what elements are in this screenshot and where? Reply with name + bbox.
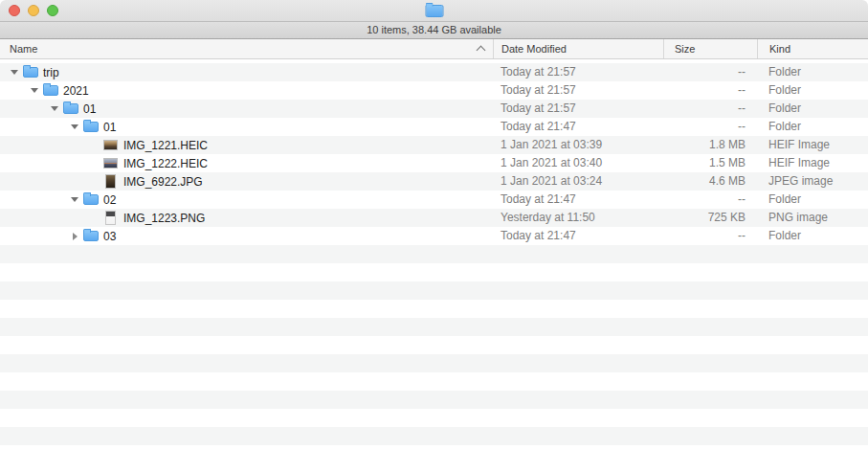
item-icon [22,64,38,80]
table-row[interactable]: IMG_1223.PNG Yesterday at 11:50 725 KB P… [0,209,868,227]
kind-cell: Folder [757,100,868,118]
item-icon [82,228,99,244]
window-proxy-icon[interactable] [425,4,443,21]
table-row[interactable]: trip Today at 21:57 -- Folder [0,63,868,81]
table-row[interactable]: IMG_1222.HEIC 1 Jan 2021 at 03:40 1.5 MB… [0,154,868,172]
kind-cell: HEIF Image [757,154,868,172]
disclosure-triangle[interactable] [69,124,80,129]
sort-ascending-icon [477,46,486,56]
empty-row [0,300,868,318]
kind-cell: Folder [757,227,868,245]
file-thumbnail-icon [103,158,118,169]
triangle-expanded-icon [71,124,78,129]
item-name: IMG_6922.JPG [123,175,203,189]
column-header-kind-label: Kind [769,43,790,55]
disclosure-triangle[interactable] [69,197,80,202]
item-icon [62,101,78,117]
empty-row [0,427,868,445]
table-row[interactable]: 01 Today at 21:57 -- Folder [0,100,868,118]
empty-row [0,445,868,450]
date-modified-cell: 1 Jan 2021 at 03:39 [493,136,663,154]
empty-row [0,281,868,300]
empty-row [0,318,868,336]
item-name: IMG_1223.PNG [123,212,205,225]
window-controls [9,5,58,16]
column-header-kind[interactable]: Kind [757,39,868,58]
item-icon [82,191,99,208]
triangle-collapsed-icon [73,233,78,240]
item-icon [102,210,119,226]
size-cell: -- [663,118,757,136]
folder-icon [83,231,99,241]
empty-row [0,391,868,409]
folder-icon [83,194,99,205]
titlebar[interactable] [0,0,868,22]
minimize-button[interactable] [28,5,39,16]
kind-cell: Folder [757,191,868,209]
disclosure-triangle[interactable] [69,233,80,240]
close-button[interactable] [9,5,20,16]
size-cell: -- [663,63,757,81]
file-thumbnail-icon [103,140,118,150]
folder-icon [425,5,443,17]
table-row[interactable]: 03 Today at 21:47 -- Folder [0,227,868,245]
item-name: trip [43,66,59,79]
table-row[interactable]: IMG_6922.JPG 1 Jan 2021 at 03:24 4.6 MB … [0,172,868,191]
table-row[interactable]: 02 Today at 21:47 -- Folder [0,191,868,209]
triangle-expanded-icon [71,197,78,202]
empty-row [0,245,868,263]
kind-cell: HEIF Image [757,136,868,154]
empty-row [0,263,868,281]
date-modified-cell: Today at 21:47 [493,118,663,136]
status-text: 10 items, 38.44 GB available [367,24,501,35]
name-cell: IMG_1223.PNG [0,209,493,227]
column-header-date-modified[interactable]: Date Modified [493,39,663,58]
item-name: 2021 [63,84,89,98]
date-modified-cell: Today at 21:57 [493,81,663,100]
item-name: 01 [83,102,96,116]
disclosure-triangle[interactable] [29,88,40,93]
date-modified-cell: Today at 21:57 [493,63,663,81]
size-cell: -- [663,81,757,100]
folder-icon [23,67,38,78]
name-cell: IMG_1221.HEIC [0,136,493,154]
status-bar: 10 items, 38.44 GB available [0,22,868,39]
date-modified-cell: 1 Jan 2021 at 03:24 [493,172,663,191]
folder-icon [63,103,78,114]
file-thumbnail-icon [105,174,116,189]
column-header-name[interactable]: Name [0,39,493,58]
item-icon [102,155,119,171]
date-modified-cell: 1 Jan 2021 at 03:40 [493,154,663,172]
empty-row [0,336,868,354]
size-cell: 1.8 MB [663,136,757,154]
size-cell: 725 KB [663,209,757,227]
disclosure-triangle[interactable] [49,106,60,111]
size-cell: 1.5 MB [663,154,757,172]
item-name: 02 [103,193,116,207]
date-modified-cell: Today at 21:47 [493,227,663,245]
item-name: IMG_1222.HEIC [123,157,208,170]
item-icon [82,119,99,135]
date-modified-cell: Today at 21:57 [493,100,663,118]
table-row[interactable]: IMG_1221.HEIC 1 Jan 2021 at 03:39 1.8 MB… [0,136,868,154]
name-cell: 01 [0,118,493,136]
empty-row [0,354,868,372]
folder-icon [43,85,58,96]
name-cell: 2021 [0,81,493,100]
item-name: IMG_1221.HEIC [123,139,208,152]
table-row[interactable]: 01 Today at 21:47 -- Folder [0,118,868,136]
size-cell: 4.6 MB [663,172,757,191]
folder-icon [83,122,99,132]
item-name: 03 [103,230,116,243]
triangle-expanded-icon [11,70,18,75]
empty-row [0,409,868,427]
column-header-size[interactable]: Size [663,39,757,58]
kind-cell: JPEG image [757,172,868,191]
disclosure-triangle[interactable] [9,70,20,75]
size-cell: -- [663,227,757,245]
name-cell: IMG_6922.JPG [0,172,493,191]
zoom-button[interactable] [47,5,58,16]
name-cell: IMG_1222.HEIC [0,154,493,172]
table-row[interactable]: 2021 Today at 21:57 -- Folder [0,81,868,100]
size-cell: -- [663,100,757,118]
